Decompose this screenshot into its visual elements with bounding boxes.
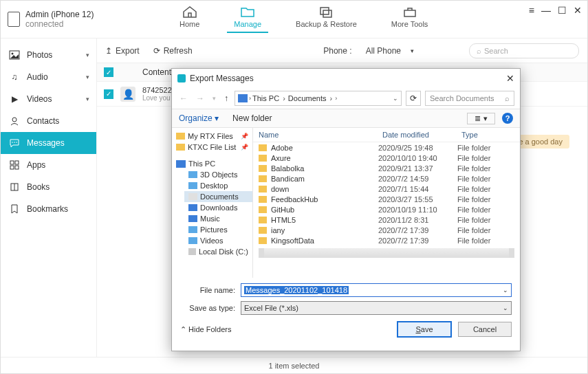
file-row[interactable]: iany2020/7/2 17:39File folder xyxy=(253,225,520,235)
scrollbar[interactable] xyxy=(259,248,514,258)
filename-label: File name: xyxy=(180,286,235,294)
svg-rect-8 xyxy=(10,166,14,169)
chevron-down-icon: ▾ xyxy=(86,74,89,80)
file-row[interactable]: down2020/7/1 15:44File folder xyxy=(253,184,520,194)
folder-icon xyxy=(239,5,256,19)
search-input[interactable]: ⌕ Search xyxy=(469,43,579,58)
file-row[interactable]: GitHub2020/10/19 11:10File folder xyxy=(253,204,520,214)
tree-item-documents[interactable]: Documents xyxy=(184,191,252,202)
save-button[interactable]: Save xyxy=(398,322,451,337)
close-icon[interactable]: ✕ xyxy=(574,5,582,16)
minimize-icon[interactable]: — xyxy=(541,5,551,16)
phone-select[interactable]: All Phone ▾ xyxy=(366,46,414,56)
tree-item[interactable]: KTXC File List📌 xyxy=(172,142,252,153)
forward-icon[interactable]: → xyxy=(194,94,206,103)
sidebar-item-videos[interactable]: ▶ Videos ▾ xyxy=(1,88,96,110)
window-buttons: ≡ — ☐ ✕ xyxy=(529,5,582,16)
nav-home-label: Home xyxy=(179,20,199,28)
list-view-icon: ≣ xyxy=(475,114,481,123)
sidebar-item-photos[interactable]: Photos ▾ xyxy=(1,44,96,66)
nav-backup[interactable]: Backup & Restore xyxy=(296,5,357,28)
nav-home[interactable]: Home xyxy=(179,5,199,28)
help-icon[interactable]: ? xyxy=(502,113,513,124)
sidebar-item-bookmarks[interactable]: Bookmarks xyxy=(1,198,96,220)
maximize-icon[interactable]: ☐ xyxy=(558,5,567,16)
tree-item[interactable]: My RTX Files📌 xyxy=(172,131,252,142)
dialog-close-icon[interactable]: ✕ xyxy=(506,73,514,84)
file-row[interactable]: HTML52020/11/2 8:31File folder xyxy=(253,214,520,225)
save-dialog: Export Messages ✕ ← → ▾ ↑ › This PC Docu… xyxy=(171,68,521,351)
back-icon[interactable]: ← xyxy=(177,94,190,103)
savetype-select[interactable]: Excel File (*.xls) ⌄ xyxy=(241,301,512,315)
address-bar[interactable]: › This PC Documents › ⌄ xyxy=(235,91,402,106)
file-list: Name Date modified Type Adobe2020/9/25 1… xyxy=(253,128,520,278)
3d-icon xyxy=(188,171,197,178)
dialog-search-input[interactable]: Search Documents ⌕ xyxy=(425,91,514,106)
breadcrumb-seg[interactable]: This PC xyxy=(252,94,287,102)
chevron-down-icon: ⌄ xyxy=(503,287,508,294)
disk-icon xyxy=(188,248,196,255)
menu-icon[interactable]: ≡ xyxy=(529,5,534,16)
sidebar-item-contacts[interactable]: Contacts xyxy=(1,110,96,132)
tree-item[interactable]: Videos xyxy=(184,235,252,246)
file-row[interactable]: Bandicam2020/7/2 14:59File folder xyxy=(253,173,520,184)
books-icon xyxy=(9,182,20,192)
file-row[interactable]: KingsoftData2020/7/2 17:39File folder xyxy=(253,235,520,245)
refresh-button[interactable]: ⟳ Refresh xyxy=(153,46,193,56)
chevron-down-icon: ▾ xyxy=(86,52,89,58)
sidebar: Photos ▾ ♫ Audio ▾ ▶ Videos ▾ Contacts M… xyxy=(1,38,97,357)
sidebar-item-messages[interactable]: Messages xyxy=(1,132,96,154)
organize-button[interactable]: Organize ▾ xyxy=(179,113,219,123)
sidebar-item-apps[interactable]: Apps xyxy=(1,154,96,176)
refresh-icon: ⟳ xyxy=(153,46,160,56)
sidebar-label: Videos xyxy=(27,94,52,104)
cancel-button[interactable]: Cancel xyxy=(458,322,512,337)
chevron-down-icon[interactable]: ⌄ xyxy=(393,95,398,102)
chevron-down-icon: ▾ xyxy=(411,47,414,54)
avatar-icon: 👤 xyxy=(120,87,135,102)
svg-point-5 xyxy=(16,142,17,143)
view-button[interactable]: ≣▾ xyxy=(467,113,495,124)
file-row[interactable]: Adobe2020/9/25 19:48File folder xyxy=(253,142,520,153)
file-row[interactable]: FeedbackHub2020/3/27 15:55File folder xyxy=(253,194,520,204)
tree-item-thispc[interactable]: This PC xyxy=(172,158,252,169)
tree-item[interactable]: Music xyxy=(184,213,252,224)
tree-item[interactable]: Local Disk (C:) xyxy=(184,246,252,257)
sidebar-label: Bookmarks xyxy=(27,204,68,214)
folder-icon xyxy=(259,165,267,172)
folder-icon xyxy=(259,227,267,234)
sidebar-item-books[interactable]: Books xyxy=(1,176,96,198)
device-info: Admin (iPhone 12) connected xyxy=(8,10,94,29)
refresh-button[interactable]: ⟳ xyxy=(406,91,421,106)
select-all-checkbox[interactable]: ✓ xyxy=(104,67,113,77)
export-button[interactable]: ↥ Export xyxy=(105,46,140,56)
chevron-down-icon: ⌄ xyxy=(503,305,508,311)
nav-manage[interactable]: Manage xyxy=(234,5,261,28)
nav-tools[interactable]: More Tools xyxy=(391,5,428,28)
sidebar-item-audio[interactable]: ♫ Audio ▾ xyxy=(1,66,96,88)
videos-icon: ▶ xyxy=(9,94,20,104)
breadcrumb-seg[interactable]: Documents xyxy=(288,94,334,102)
phone-label: Phone : xyxy=(323,46,351,56)
recent-icon[interactable]: ▾ xyxy=(210,95,218,102)
apps-icon xyxy=(9,160,20,170)
file-list-header[interactable]: Name Date modified Type xyxy=(253,128,520,142)
file-row[interactable]: Balabolka2020/9/21 13:37File folder xyxy=(253,163,520,173)
sidebar-label: Audio xyxy=(27,72,48,82)
file-row[interactable]: Axure2020/10/10 19:40File folder xyxy=(253,153,520,163)
tree-item[interactable]: Desktop xyxy=(184,180,252,191)
filename-input[interactable]: Messages_20201102_101418 ⌄ xyxy=(241,283,512,297)
titlebar: Admin (iPhone 12) connected Home Manage … xyxy=(1,1,587,38)
tree-item[interactable]: 3D Objects xyxy=(184,169,252,180)
backup-icon xyxy=(318,5,334,19)
tree-item[interactable]: Pictures xyxy=(184,224,252,235)
pin-icon: 📌 xyxy=(241,144,248,151)
tree-item[interactable]: Downloads xyxy=(184,202,252,213)
monitor-icon xyxy=(176,160,186,168)
monitor-icon xyxy=(238,94,248,102)
new-folder-button[interactable]: New folder xyxy=(232,113,272,123)
up-icon[interactable]: ↑ xyxy=(222,94,230,103)
row-checkbox[interactable]: ✓ xyxy=(104,89,113,99)
hide-folders-button[interactable]: ⌃ Hide Folders xyxy=(180,325,231,334)
folder-icon xyxy=(176,144,185,151)
